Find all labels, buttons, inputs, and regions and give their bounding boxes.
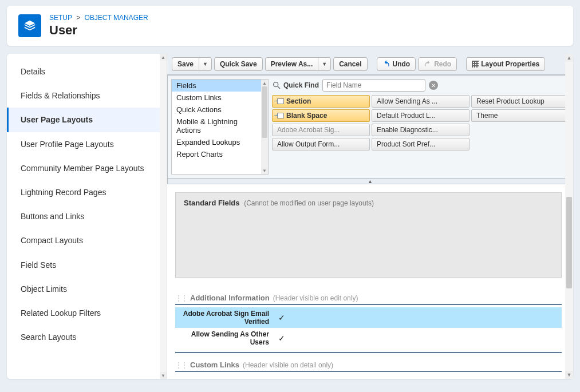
chevron-down-icon: ▼ <box>322 61 327 67</box>
tile-allow-output-form[interactable]: Allow Output Form... <box>272 138 370 151</box>
sidebar-item-field-sets[interactable]: Field Sets <box>7 253 167 277</box>
search-icon <box>272 81 281 90</box>
category-report-charts[interactable]: Report Charts <box>172 148 268 160</box>
category-custom-links[interactable]: Custom Links <box>172 92 268 104</box>
palette-collapse-handle[interactable]: ▲ <box>167 179 573 184</box>
scroll-down-icon[interactable]: ▼ <box>261 167 268 174</box>
sidebar-item-related-lookup-filters[interactable]: Related Lookup Filters <box>7 301 167 325</box>
tile-reset-product-lookup[interactable]: Reset Product Lookup <box>471 95 569 108</box>
breadcrumb-setup[interactable]: SETUP <box>49 14 72 22</box>
object-icon <box>18 14 41 37</box>
sidebar-item-community-member-page-layouts[interactable]: Community Member Page Layouts <box>7 156 167 180</box>
quick-find-clear[interactable]: ✕ <box>429 81 438 90</box>
save-dropdown[interactable]: ▼ <box>199 57 212 71</box>
sidebar: Details Fields & Relationships User Page… <box>7 54 167 379</box>
preview-as-dropdown[interactable]: ▼ <box>318 57 331 71</box>
save-button[interactable]: Save <box>172 57 199 71</box>
category-scrollbar[interactable]: ▲ ▼ <box>261 80 268 174</box>
cancel-button[interactable]: Cancel <box>333 57 367 71</box>
svg-line-1 <box>278 86 280 89</box>
category-fields[interactable]: Fields <box>172 80 268 92</box>
drag-handle-icon[interactable]: ⋮⋮ <box>175 294 187 302</box>
sidebar-item-user-page-layouts[interactable]: User Page Layouts <box>7 108 167 132</box>
category-quick-actions[interactable]: Quick Actions <box>172 104 268 116</box>
sidebar-item-fields-relationships[interactable]: Fields & Relationships <box>7 84 167 108</box>
content-area: Save ▼ Quick Save Preview As... ▼ Cancel… <box>167 54 573 379</box>
undo-button[interactable]: Undo <box>377 57 416 71</box>
main-area: Details Fields & Relationships User Page… <box>7 54 573 379</box>
standard-fields-title: Standard Fields <box>184 199 240 207</box>
scroll-down-icon[interactable]: ▼ <box>160 372 167 379</box>
insert-section-icon <box>277 98 284 104</box>
grid-icon <box>472 61 479 68</box>
sidebar-item-search-layouts[interactable]: Search Layouts <box>7 325 167 349</box>
scroll-down-icon[interactable]: ▼ <box>565 371 573 379</box>
preview-as-button[interactable]: Preview As... <box>265 57 318 71</box>
layers-icon <box>23 19 36 32</box>
sidebar-item-details[interactable]: Details <box>7 60 167 84</box>
tile-adobe-acrobat-sig[interactable]: Adobe Acrobat Sig... <box>272 124 370 136</box>
insert-blank-icon <box>277 113 284 118</box>
sidebar-item-buttons-and-links[interactable]: Buttons and Links <box>7 204 167 228</box>
svg-point-0 <box>274 82 278 87</box>
scroll-up-icon[interactable]: ▲ <box>160 54 167 61</box>
field-palette: Fields Custom Links Quick Actions Mobile… <box>167 76 573 179</box>
redo-button: Redo <box>418 57 457 71</box>
field-row-allow-sending[interactable]: Allow Sending As Other Users ✓ <box>175 328 562 349</box>
chevron-down-icon: ▼ <box>203 61 208 67</box>
scroll-thumb[interactable] <box>566 197 572 288</box>
drag-handle-icon[interactable]: ⋮⋮ <box>175 361 187 369</box>
palette-category-list: Fields Custom Links Quick Actions Mobile… <box>171 79 269 175</box>
custom-links-note: (Header visible on detail only) <box>243 361 333 369</box>
field-row-adobe-acrobat[interactable]: Adobe Acrobat Sign Email Verified ✓ <box>175 307 562 328</box>
sidebar-item-compact-layouts[interactable]: Compact Layouts <box>7 228 167 252</box>
undo-icon <box>382 60 390 68</box>
tile-theme[interactable]: Theme <box>471 109 569 122</box>
tile-blank-space[interactable]: Blank Space <box>272 109 370 122</box>
additional-info-fields: Adobe Acrobat Sign Email Verified ✓ Allo… <box>175 307 562 353</box>
category-expanded-lookups[interactable]: Expanded Lookups <box>172 136 268 148</box>
layout-toolbar: Save ▼ Quick Save Preview As... ▼ Cancel… <box>167 54 573 76</box>
standard-fields-section: Standard Fields (Cannot be modified on u… <box>175 192 562 278</box>
field-label: Allow Sending As Other Users <box>175 330 273 346</box>
tile-allow-sending-as[interactable]: Allow Sending As ... <box>372 95 469 108</box>
tile-default-product-l[interactable]: Default Product L... <box>372 109 469 122</box>
scroll-up-icon[interactable]: ▲ <box>261 80 268 86</box>
additional-info-header[interactable]: ⋮⋮ Additional Information (Header visibl… <box>175 292 562 305</box>
content-scrollbar[interactable]: ▲ ▼ <box>565 54 573 379</box>
quick-find-input[interactable] <box>322 79 425 92</box>
checkbox-checked-icon: ✓ <box>278 334 285 343</box>
page-header: SETUP > OBJECT MANAGER User <box>7 6 573 46</box>
additional-info-title: Additional Information <box>190 294 270 302</box>
sidebar-item-user-profile-page-layouts[interactable]: User Profile Page Layouts <box>7 132 167 156</box>
checkbox-checked-icon: ✓ <box>278 313 285 322</box>
quick-find-bar: Quick Find ✕ <box>272 79 569 92</box>
sidebar-scrollbar[interactable]: ▲ ▼ <box>160 54 167 379</box>
category-mobile-lightning-actions[interactable]: Mobile & Lightning Actions <box>172 116 268 136</box>
page-title: User <box>49 23 148 38</box>
breadcrumb-object-manager[interactable]: OBJECT MANAGER <box>85 14 148 22</box>
sidebar-item-object-limits[interactable]: Object Limits <box>7 277 167 301</box>
layout-canvas: Standard Fields (Cannot be modified on u… <box>167 184 573 372</box>
quick-find-label: Quick Find <box>283 81 319 89</box>
custom-links-title: Custom Links <box>190 361 239 369</box>
tile-section[interactable]: Section <box>272 95 370 108</box>
custom-links-header[interactable]: ⋮⋮ Custom Links (Header visible on detai… <box>175 359 562 372</box>
standard-fields-note: (Cannot be modified on user page layouts… <box>244 199 374 207</box>
field-tile-grid: Section Allow Sending As ... Reset Produ… <box>272 95 569 151</box>
sidebar-item-lightning-record-pages[interactable]: Lightning Record Pages <box>7 180 167 204</box>
tile-product-sort-pref[interactable]: Product Sort Pref... <box>372 138 469 151</box>
layout-properties-button[interactable]: Layout Properties <box>466 57 545 71</box>
redo-icon <box>424 60 432 68</box>
quick-save-button[interactable]: Quick Save <box>214 57 263 71</box>
scroll-up-icon[interactable]: ▲ <box>565 54 573 62</box>
additional-info-note: (Header visible on edit only) <box>273 294 358 302</box>
tile-enable-diagnostic[interactable]: Enable Diagnostic... <box>372 124 469 136</box>
scroll-thumb[interactable] <box>262 86 267 138</box>
breadcrumb: SETUP > OBJECT MANAGER <box>49 14 148 22</box>
field-label: Adobe Acrobat Sign Email Verified <box>175 310 273 326</box>
